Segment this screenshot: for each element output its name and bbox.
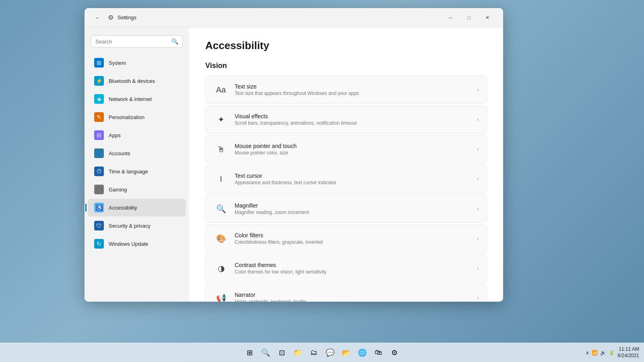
sidebar-item-apps[interactable]: ⊟Apps [88, 126, 186, 144]
mouse-pointer-title: Mouse pointer and touch [235, 143, 472, 149]
network-icon: ◈ [94, 94, 104, 104]
color-filters-chevron: › [477, 236, 479, 241]
time-display: 11:11 AM [618, 346, 639, 353]
narrator-icon: 📢 [214, 291, 228, 302]
battery-icon: 🔋 [609, 350, 615, 356]
text-size-desc: Text size that appears throughout Window… [235, 90, 472, 96]
maximize-button[interactable]: □ [460, 11, 478, 24]
accessibility-label: Accessibility [109, 205, 137, 211]
window-title: Settings [118, 14, 136, 21]
page-title: Accessibility [205, 39, 487, 52]
security-label: Security & privacy [109, 223, 151, 229]
minimize-button[interactable]: ─ [441, 11, 460, 24]
color-filters-text: Color filters Colorblindness filters, gr… [235, 232, 472, 245]
date-display: 6/24/2021 [618, 353, 639, 359]
accounts-icon: 👤 [94, 148, 104, 158]
sidebar-item-gaming[interactable]: 🎮Gaming [88, 181, 186, 198]
file-explorer-button[interactable]: 📁 [291, 346, 305, 360]
setting-item-magnifier[interactable]: 🔍 Magnifier Magnifier reading, zoom incr… [205, 195, 487, 223]
visual-effects-desc: Scroll bars, transparency, animations, n… [235, 120, 472, 126]
taskbar: ⊞ 🔍 ⊡ 📁 🗂 💬 📂 🌐 🛍 ⚙ ∧ 📶 🔊 🔋 11:11 AM 6/2… [0, 343, 644, 362]
teams-button[interactable]: 💬 [323, 346, 337, 360]
sidebar-item-windows-update[interactable]: ↻Windows Update [88, 235, 186, 253]
color-filters-desc: Colorblindness filters, grayscale, inver… [235, 239, 472, 245]
narrator-desc: Voice, verbosity, keyboard, braille [235, 299, 472, 302]
visual-effects-title: Visual effects [235, 113, 472, 119]
magnifier-title: Magnifier [235, 202, 472, 209]
bluetooth-label: Bluetooth & devices [109, 78, 155, 84]
explorer-button[interactable]: 📂 [339, 346, 353, 360]
store-button[interactable]: 🛍 [371, 346, 386, 360]
main-content: Accessibility Vision Aa Text size Text s… [189, 27, 503, 302]
text-size-chevron: › [477, 87, 479, 93]
text-size-icon: Aa [214, 82, 228, 97]
magnifier-icon: 🔍 [214, 202, 228, 216]
sidebar-item-personalization[interactable]: ✎Personalization [88, 108, 186, 126]
accessibility-icon: ♿ [94, 203, 104, 212]
task-view-button[interactable]: ⊡ [275, 346, 289, 360]
clock[interactable]: 11:11 AM 6/24/2021 [618, 346, 639, 359]
settings-list: Aa Text size Text size that appears thro… [205, 76, 487, 302]
start-button[interactable]: ⊞ [242, 346, 257, 360]
sidebar-item-accounts[interactable]: 👤Accounts [88, 144, 186, 162]
titlebar: ← ⚙ Settings ─ □ ✕ [85, 8, 503, 27]
color-filters-title: Color filters [235, 232, 472, 239]
personalization-icon: ✎ [94, 112, 104, 122]
setting-item-mouse-pointer[interactable]: 🖱 Mouse pointer and touch Mouse pointer … [205, 135, 487, 163]
wifi-icon: 📶 [592, 350, 598, 356]
widgets-button[interactable]: 🗂 [307, 346, 321, 360]
contrast-themes-text: Contrast themes Color themes for low vis… [235, 262, 472, 275]
window-body: 🔍 ⊞System⚡Bluetooth & devices◈Network & … [85, 27, 503, 302]
settings-taskbar-button[interactable]: ⚙ [387, 346, 402, 360]
search-box[interactable]: 🔍 [91, 35, 183, 47]
visual-effects-chevron: › [477, 117, 479, 122]
contrast-themes-chevron: › [477, 265, 479, 271]
contrast-themes-title: Contrast themes [235, 262, 472, 268]
sidebar-item-time[interactable]: ⏱Time & language [88, 162, 186, 180]
mouse-pointer-chevron: › [477, 146, 479, 152]
window-controls: ─ □ ✕ [441, 11, 497, 24]
personalization-label: Personalization [109, 114, 144, 120]
search-input[interactable] [95, 39, 168, 45]
color-filters-icon: 🎨 [214, 231, 228, 246]
nav-list: ⊞System⚡Bluetooth & devices◈Network & in… [85, 54, 189, 253]
sidebar-item-system[interactable]: ⊞System [88, 54, 186, 72]
bluetooth-icon: ⚡ [94, 76, 104, 86]
settings-window: ← ⚙ Settings ─ □ ✕ 🔍 ⊞System⚡Bluetooth &… [85, 8, 503, 302]
text-cursor-text: Text cursor Appearance and thickness, te… [235, 173, 472, 185]
setting-item-text-cursor[interactable]: I Text cursor Appearance and thickness, … [205, 165, 487, 193]
time-icon: ⏱ [94, 167, 104, 176]
text-size-text: Text size Text size that appears through… [235, 83, 472, 96]
system-tray: ∧ 📶 🔊 🔋 [586, 350, 615, 356]
visual-effects-text: Visual effects Scroll bars, transparency… [235, 113, 472, 126]
setting-item-narrator[interactable]: 📢 Narrator Voice, verbosity, keyboard, b… [205, 284, 487, 302]
sidebar-item-network[interactable]: ◈Network & internet [88, 90, 186, 108]
visual-effects-icon: ✦ [214, 112, 228, 127]
close-button[interactable]: ✕ [478, 11, 497, 24]
contrast-themes-desc: Color themes for low vision, light sensi… [235, 269, 472, 275]
sidebar-item-accessibility[interactable]: ♿Accessibility [88, 199, 186, 216]
setting-item-text-size[interactable]: Aa Text size Text size that appears thro… [205, 76, 487, 104]
time-label: Time & language [109, 169, 148, 175]
sidebar-item-security[interactable]: 🛡Security & privacy [88, 217, 186, 234]
contrast-themes-icon: ◑ [214, 261, 228, 276]
network-label: Network & internet [109, 96, 152, 102]
system-label: System [109, 60, 126, 66]
desktop: ← ⚙ Settings ─ □ ✕ 🔍 ⊞System⚡Bluetooth &… [0, 0, 644, 362]
setting-item-visual-effects[interactable]: ✦ Visual effects Scroll bars, transparen… [205, 105, 487, 134]
setting-item-contrast-themes[interactable]: ◑ Contrast themes Color themes for low v… [205, 254, 487, 282]
windows-update-label: Windows Update [109, 241, 148, 247]
narrator-title: Narrator [235, 292, 472, 298]
text-cursor-icon: I [214, 172, 228, 186]
search-taskbar-button[interactable]: 🔍 [258, 346, 273, 360]
text-size-title: Text size [235, 83, 472, 90]
back-button[interactable]: ← [91, 11, 104, 24]
setting-item-color-filters[interactable]: 🎨 Color filters Colorblindness filters, … [205, 224, 487, 253]
tray-expand[interactable]: ∧ [586, 350, 589, 356]
edge-button[interactable]: 🌐 [355, 346, 369, 360]
mouse-pointer-icon: 🖱 [214, 142, 228, 156]
sidebar-item-bluetooth[interactable]: ⚡Bluetooth & devices [88, 72, 186, 90]
taskbar-center: ⊞ 🔍 ⊡ 📁 🗂 💬 📂 🌐 🛍 ⚙ [242, 346, 402, 360]
mouse-pointer-text: Mouse pointer and touch Mouse pointer co… [235, 143, 472, 156]
text-cursor-title: Text cursor [235, 173, 472, 179]
